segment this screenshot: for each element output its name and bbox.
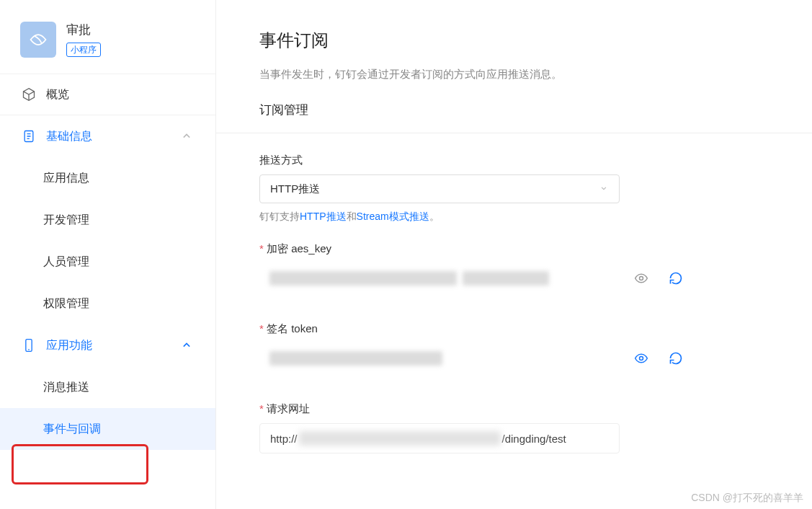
nav-app-features[interactable]: 应用功能 <box>0 324 215 366</box>
app-header: 审批 小程序 <box>0 13 215 74</box>
svg-point-2 <box>640 277 643 280</box>
push-method-select[interactable]: HTTP推送 <box>259 174 620 203</box>
nav-people-manage[interactable]: 人员管理 <box>0 241 215 283</box>
app-title: 审批 <box>66 22 101 38</box>
chevron-down-icon <box>599 183 609 195</box>
push-method-label: 推送方式 <box>259 154 798 167</box>
token-reveal-button[interactable] <box>628 345 654 371</box>
http-push-link[interactable]: HTTP推送 <box>300 211 347 222</box>
aes-key-refresh-button[interactable] <box>663 265 689 291</box>
request-url-input[interactable]: http:// /dingding/test <box>259 423 620 453</box>
nav-app-info[interactable]: 应用信息 <box>0 157 215 199</box>
nav-message-push[interactable]: 消息推送 <box>0 366 215 408</box>
page-title: 事件订阅 <box>259 29 798 52</box>
subscription-mgmt-title: 订阅管理 <box>259 102 798 118</box>
chevron-up-icon <box>179 338 194 353</box>
app-icon <box>20 22 56 58</box>
url-prefix: http:// <box>270 433 298 445</box>
nav-basic-label: 基础信息 <box>46 115 92 157</box>
token-refresh-button[interactable] <box>663 345 689 371</box>
aes-key-value <box>259 263 620 293</box>
svg-point-3 <box>640 357 643 360</box>
nav-list: 概览 基础信息 应用信息 开发管理 人员管理 权限管理 <box>0 74 215 450</box>
page-desc: 当事件发生时，钉钉会通过开发者订阅的方式向应用推送消息。 <box>259 68 798 81</box>
push-method-value: HTTP推送 <box>270 182 320 196</box>
token-value <box>259 343 620 373</box>
stream-push-link[interactable]: Stream模式推送 <box>357 211 429 222</box>
nav-overview[interactable]: 概览 <box>0 74 215 115</box>
sidebar: 审批 小程序 概览 基础信息 <box>0 0 216 509</box>
url-suffix: /dingding/test <box>502 433 566 445</box>
url-label: 请求网址 <box>259 402 798 416</box>
aes-key-label: 加密 aes_key <box>259 242 798 256</box>
push-help-text: 钉钉支持HTTP推送和Stream模式推送。 <box>259 211 798 223</box>
url-redacted <box>299 431 501 446</box>
nav-overview-label: 概览 <box>46 74 69 115</box>
nav-basic-info[interactable]: 基础信息 <box>0 115 215 157</box>
main-content: 事件订阅 当事件发生时，钉钉会通过开发者订阅的方式向应用推送消息。 订阅管理 推… <box>216 0 812 509</box>
nav-dev-manage[interactable]: 开发管理 <box>0 199 215 241</box>
aes-key-reveal-button[interactable] <box>628 265 654 291</box>
chevron-up-icon <box>179 129 194 143</box>
app-badge: 小程序 <box>66 43 101 57</box>
document-icon <box>22 129 36 143</box>
nav-events-callback[interactable]: 事件与回调 <box>0 408 215 450</box>
token-label: 签名 token <box>259 322 798 336</box>
cube-icon <box>22 87 36 102</box>
nav-permission-manage[interactable]: 权限管理 <box>0 283 215 324</box>
divider <box>216 133 812 133</box>
phone-icon <box>22 338 36 353</box>
nav-features-label: 应用功能 <box>46 324 92 366</box>
